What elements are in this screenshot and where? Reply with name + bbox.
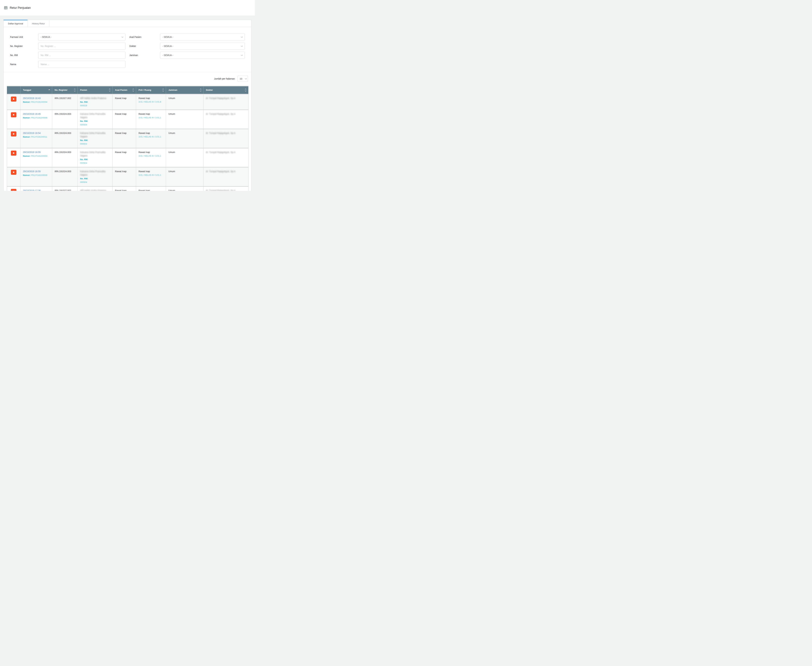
date-link[interactable]: 29/10/2019 16:45 <box>23 112 41 116</box>
tab-daftar-approval[interactable]: Daftar Approval <box>3 20 28 27</box>
jaminan-label: Jaminan <box>127 54 160 56</box>
patient-name-blurred: Afif Hafidz Andra Pratama <box>80 189 110 191</box>
jaminan-select[interactable]: - SEMUA - <box>160 52 245 59</box>
date-link[interactable]: 29/10/2019 16:55 <box>23 151 41 154</box>
sort-icon <box>245 89 246 91</box>
jaminan-value: Umum <box>169 132 175 134</box>
chevron-down-icon <box>245 77 247 79</box>
no-rm-link[interactable]: 000504 <box>80 142 87 145</box>
no-rm-link[interactable]: 000504 <box>80 161 87 165</box>
table-row: ✖ 29/10/2019 16:43 Nomor: FRJ.F/1910/000… <box>7 94 248 110</box>
cell-pasien: Kaluana Deha Pramudita Sagara No. RM: 00… <box>78 148 112 167</box>
jaminan-value: Umum <box>169 97 175 99</box>
x-icon: ✖ <box>13 152 15 154</box>
reject-button[interactable]: ✖ <box>11 112 17 117</box>
doctor-name-blurred: dr. Tumpal Rajagukguk, Sp.A <box>206 189 246 191</box>
doctor-name-blurred: dr. Tumpal Rajagukguk, Sp.A <box>206 132 246 135</box>
sort-icon <box>200 89 201 91</box>
jaminan-value: Umum <box>169 189 175 191</box>
cell-jaminan: Umum <box>166 167 203 186</box>
cell-asal-pasien: Rawat Inap <box>112 110 136 129</box>
column-header-no-register[interactable]: No. Register <box>52 86 78 94</box>
column-label: Poli / Ruang <box>139 89 151 91</box>
register-value: IRN.191027.002 <box>55 97 71 99</box>
date-link[interactable]: 29/10/2019 16:43 <box>23 97 41 100</box>
per-page-label: Jumlah per halaman: <box>214 77 235 80</box>
cell-no-register: IRN.191024.003 <box>52 110 78 129</box>
cell-no-register: IRN.191024.003 <box>52 129 78 148</box>
column-header-jaminan[interactable]: Jaminan <box>166 86 203 94</box>
nomor-link[interactable]: FRJ.F/1910/0004 <box>31 101 47 103</box>
cell-pasien: Kaluana Deha Pramudita Sagara No. RM: 00… <box>78 129 112 148</box>
register-value: IRN.191024.003 <box>55 132 71 134</box>
table-row: ✖ 29/10/2019 16:54 Nomor: FRJ.F/1910/001… <box>7 129 248 148</box>
date-link[interactable]: 29/10/2019 16:54 <box>23 132 41 135</box>
nomor-link[interactable]: FRJ.F/1910/0003 <box>31 155 47 157</box>
cell-poli-ruang: Rawat inap 3.01 / KELAS III / 3.01.1 <box>136 129 166 148</box>
column-header-poli-ruang[interactable]: Poli / Ruang <box>136 86 166 94</box>
column-label: Jaminan <box>169 89 177 91</box>
no-rm-label: No. RM: <box>80 158 110 161</box>
date-link[interactable]: 29/10/2019 17:36 <box>23 189 41 191</box>
ruang-link[interactable]: 3.01 / KELAS III / 3.01.1 <box>139 116 161 119</box>
asal-pasien-select[interactable]: - SEMUA - <box>160 34 245 40</box>
selected-value: 10 <box>240 77 242 80</box>
cell-dokter: dr. Tumpal Rajagukguk, Sp.A <box>203 148 248 167</box>
farmasi-unit-select[interactable]: - SEMUA - <box>38 34 126 40</box>
cell-tanggal: 29/10/2019 17:36 Nomor: FRJ.F/1910/0012 <box>20 186 52 191</box>
reject-button[interactable]: ✖ <box>11 151 17 156</box>
asal-pasien-value: Rawat Inap <box>115 113 127 115</box>
per-page-select[interactable]: 10 <box>238 76 248 82</box>
x-icon: ✖ <box>13 114 15 116</box>
reject-button[interactable]: ✖ <box>11 170 17 175</box>
reject-button[interactable]: ✖ <box>11 132 17 137</box>
cell-jaminan: Umum <box>166 129 203 148</box>
doctor-name-blurred: dr. Tumpal Rajagukguk, Sp.A <box>206 97 246 100</box>
column-header-tanggal[interactable]: Tanggal <box>20 86 52 94</box>
nomor-link[interactable]: FRJ.F/1910/0006 <box>31 117 47 119</box>
cell-poli-ruang: Rawat inap 3.01 / KELAS III / 3.01.1 <box>136 167 166 186</box>
dokter-select[interactable]: - SEMUA - <box>160 43 245 49</box>
patient-name-blurred: Kaluana Deha Pramudita Sagara <box>80 132 110 138</box>
no-rm-link[interactable]: 000504 <box>80 180 87 184</box>
ruang-link[interactable]: 3.01 / KELAS III / 3.01.1 <box>139 135 161 138</box>
date-link[interactable]: 29/10/2019 16:55 <box>23 170 41 173</box>
column-header-dokter[interactable]: Dokter <box>203 86 248 94</box>
chevron-down-icon <box>122 36 123 38</box>
reject-button[interactable]: ✖ <box>11 97 17 102</box>
patient-name-blurred: Afif Hafidz Andra Pratama <box>80 97 110 100</box>
table-row: ✖ 29/10/2019 16:55 Nomor: FRJ.F/1910/000… <box>7 167 248 186</box>
main-card: Daftar Approval History Retur Farmasi Un… <box>3 20 251 191</box>
nomor-link[interactable]: FRJ.F/1910/0005 <box>31 174 47 176</box>
table-row: ✖ 29/10/2019 17:36 Nomor: FRJ.F/1910/001… <box>7 186 248 191</box>
cell-asal-pasien: Rawat Inap <box>112 129 136 148</box>
no-rm-label: No. RM: <box>80 100 110 104</box>
column-header-pasien[interactable]: Pasien <box>78 86 112 94</box>
no-rm-input[interactable] <box>38 52 126 59</box>
asal-pasien-value: Rawat Inap <box>115 189 127 191</box>
cell-jaminan: Umum <box>166 94 203 110</box>
cell-tanggal: 29/10/2019 16:43 Nomor: FRJ.F/1910/0004 <box>20 94 52 110</box>
ruang-link[interactable]: 3.01 / KELAS III / 3.01.6 <box>139 100 161 104</box>
column-label: Dokter <box>206 89 213 91</box>
poli-value: Rawat inap <box>139 97 164 100</box>
column-header-asal-pasien[interactable]: Asal Pasien <box>112 86 136 94</box>
sort-icon <box>109 89 110 91</box>
selected-value: - SEMUA - <box>162 45 173 48</box>
no-register-input[interactable] <box>38 43 126 49</box>
chevron-down-icon <box>241 54 243 56</box>
nomor-label: Nomor: <box>23 101 30 103</box>
sort-icon <box>162 89 164 91</box>
tab-history-retur[interactable]: History Retur <box>28 20 50 27</box>
reject-button[interactable]: ✖ <box>11 189 17 191</box>
no-rm-link[interactable]: 000504 <box>80 123 87 127</box>
farmasi-unit-label: Farmasi Unit <box>7 36 38 38</box>
nomor-link[interactable]: FRJ.F/1910/0011 <box>31 136 47 138</box>
asal-pasien-value: Rawat Inap <box>115 151 127 153</box>
cell-tanggal: 29/10/2019 16:55 Nomor: FRJ.F/1910/0003 <box>20 148 52 167</box>
ruang-link[interactable]: 3.01 / KELAS III / 3.01.1 <box>139 154 161 158</box>
nama-input[interactable] <box>38 61 126 68</box>
no-rm-link[interactable]: 000528 <box>80 104 87 107</box>
nomor-label: Nomor: <box>23 136 30 138</box>
ruang-link[interactable]: 3.01 / KELAS III / 3.01.1 <box>139 173 161 177</box>
